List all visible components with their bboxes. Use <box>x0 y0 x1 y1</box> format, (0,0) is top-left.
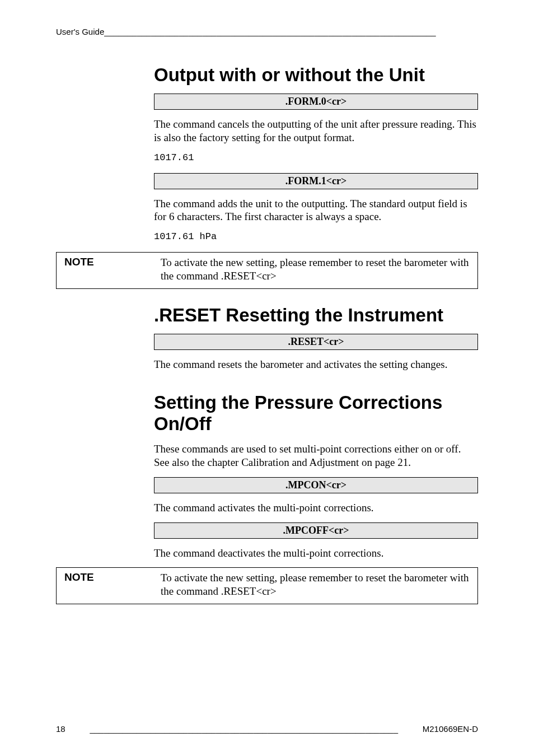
mpcoff-text: The command deactivates the multi-point … <box>154 547 478 560</box>
section-title-pressure: Setting the Pressure Corrections On/Off <box>154 392 478 435</box>
note2-text-post: <cr> <box>256 585 276 597</box>
cmd-form1: .FORM.1<cr> <box>154 173 478 189</box>
cmd-mpcon: .MPCON<cr> <box>154 477 478 493</box>
note-box-2: NOTE To activate the new setting, please… <box>56 567 478 604</box>
section-title-output-unit: Output with or without the Unit <box>154 64 478 86</box>
page: User's Guide____________________________… <box>0 0 534 756</box>
footer: 18 _____________________________________… <box>56 724 478 734</box>
cmd-reset: .RESET<cr> <box>154 334 478 350</box>
form1-text: The command adds the unit to the outputt… <box>154 197 478 224</box>
note1-label: NOTE <box>57 253 153 289</box>
note2-label: NOTE <box>57 568 153 604</box>
running-header: User's Guide____________________________… <box>56 27 478 38</box>
reset-text: The command resets the barometer and act… <box>154 358 478 371</box>
note2-body: To activate the new setting, please reme… <box>153 568 478 604</box>
note1-text-pre: To activate the new setting, please reme… <box>161 256 469 282</box>
note1-body: To activate the new setting, please reme… <box>153 253 478 289</box>
section-title-reset: .RESET Resetting the Instrument <box>154 305 478 326</box>
note1-cmd: .RESET <box>221 270 256 282</box>
footer-page: 18 <box>56 724 65 734</box>
header-left: User's Guide <box>56 27 104 36</box>
note2-text-pre: To activate the new setting, please reme… <box>161 572 469 597</box>
form0-text: The command cancels the outputting of th… <box>154 118 478 144</box>
footer-docid: M210669EN-D <box>423 724 478 734</box>
cmd-form0: .FORM.0<cr> <box>154 94 478 110</box>
note2-cmd: .RESET <box>221 585 256 597</box>
form1-sample: 1017.61 hPa <box>154 231 478 242</box>
form0-sample: 1017.61 <box>154 152 478 163</box>
footer-rule: ________________________________________… <box>90 724 398 734</box>
mpcon-text: The command activates the multi-point co… <box>154 501 478 515</box>
main-content-2: .RESET Resetting the Instrument .RESET<c… <box>154 305 478 560</box>
header-rule: ________________________________________… <box>104 27 435 36</box>
cmd-mpcoff: .MPCOFF<cr> <box>154 522 478 539</box>
note1-text-post: <cr> <box>256 270 276 282</box>
main-content: Output with or without the Unit .FORM.0<… <box>154 64 478 242</box>
note-box-1: NOTE To activate the new setting, please… <box>56 252 478 289</box>
pressure-intro: These commands are used to set multi-poi… <box>154 442 478 469</box>
